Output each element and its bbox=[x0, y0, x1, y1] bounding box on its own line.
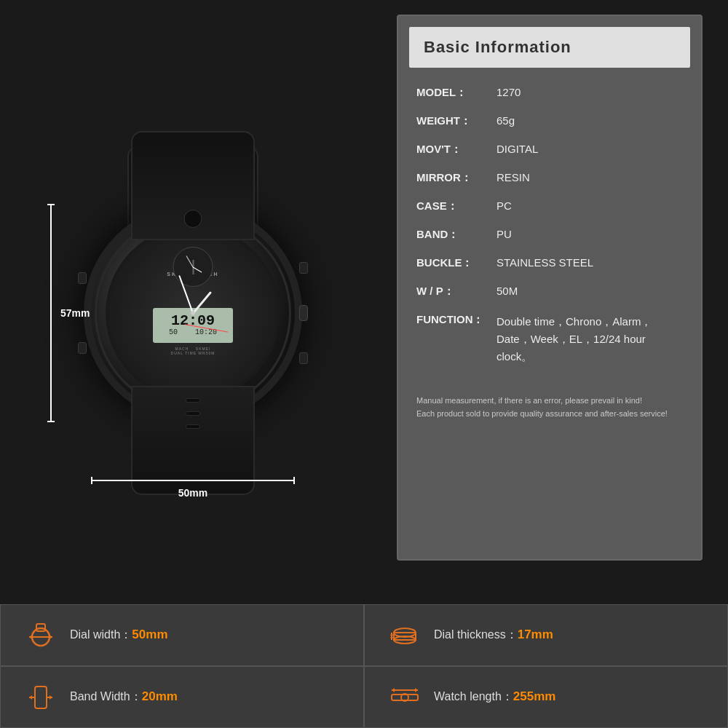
spec-case-val: PC bbox=[496, 199, 683, 212]
dim-57mm-label: 57mm bbox=[60, 307, 90, 319]
spec-watch-length-label: Watch length： bbox=[434, 690, 513, 703]
spec-function-val: Double time，Chrono，Alarm，Date，Week，EL，12… bbox=[496, 313, 683, 365]
info-rows: MODEL： 1270 WEIGHT： 65g MOV'T： DIGITAL M… bbox=[398, 79, 701, 387]
watch-length-icon bbox=[387, 679, 423, 716]
info-note: Manual measurement, if there is an error… bbox=[398, 387, 701, 420]
svg-marker-3 bbox=[29, 635, 32, 639]
spec-dial-thickness: Dial thickness：17mm bbox=[364, 604, 728, 666]
spec-case-key: CASE： bbox=[416, 199, 496, 213]
svg-marker-4 bbox=[50, 635, 52, 639]
spec-dial-thickness-value: 17mm bbox=[518, 628, 553, 641]
spec-model: MODEL： 1270 bbox=[416, 86, 683, 100]
spec-dial-width: Dial width：50mm bbox=[0, 604, 364, 666]
watch-strap-top-full bbox=[131, 131, 255, 240]
spec-band-key: BAND： bbox=[416, 228, 496, 242]
note-line2: Each product sold to provide quality ass… bbox=[416, 408, 683, 421]
spec-dial-thickness-text: Dial thickness：17mm bbox=[434, 628, 553, 643]
spec-watch-length-value: 255mm bbox=[513, 689, 556, 703]
bottom-bar: Dial width：50mm Dial thickness：17mm bbox=[0, 604, 728, 728]
watch-display: 12:09 50 10:20 bbox=[153, 308, 233, 343]
spec-band-width: Band Width：20mm bbox=[0, 666, 364, 728]
svg-marker-19 bbox=[392, 688, 395, 692]
spec-movement-val: DIGITAL bbox=[496, 143, 683, 155]
spec-function: FUNCTION： Double time，Chrono，Alarm，Date，… bbox=[416, 313, 683, 365]
spec-dial-width-label: Dial width： bbox=[70, 628, 132, 641]
right-panel: Basic Information MODEL： 1270 WEIGHT： 65… bbox=[386, 0, 713, 604]
spec-dial-width-text: Dial width：50mm bbox=[70, 628, 168, 643]
spec-dial-thickness-label: Dial thickness： bbox=[434, 628, 518, 641]
spec-mirror-key: MIRROR： bbox=[416, 171, 496, 185]
spec-wp-key: W / P： bbox=[416, 285, 496, 298]
spec-wp-val: 50M bbox=[496, 285, 683, 297]
spec-watch-length: Watch length：255mm bbox=[364, 666, 728, 728]
band-width-icon bbox=[23, 679, 59, 716]
info-title-box: Basic Information bbox=[409, 27, 690, 68]
dim-50mm-line: 50mm bbox=[91, 477, 295, 499]
spec-model-key: MODEL： bbox=[416, 86, 496, 100]
info-title-text: Basic Information bbox=[424, 38, 571, 56]
spec-buckle-val: STAINLESS STEEL bbox=[496, 256, 683, 269]
spec-buckle-key: BUCKLE： bbox=[416, 256, 496, 270]
svg-marker-10 bbox=[390, 637, 393, 640]
spec-band-val: PU bbox=[496, 228, 683, 240]
note-line1: Manual measurement, if there is an error… bbox=[416, 395, 683, 408]
spec-buckle: BUCKLE： STAINLESS STEEL bbox=[416, 256, 683, 270]
watch-face: SKMEI WATCH 12:09 50 10:20 bbox=[106, 226, 280, 400]
spec-weight-val: 65g bbox=[496, 114, 683, 127]
watch-container: SKMEI WATCH 12:09 50 10:20 bbox=[40, 124, 346, 502]
spec-movement: MOV'T： DIGITAL bbox=[416, 143, 683, 157]
dim-50mm-label: 50mm bbox=[178, 487, 207, 499]
svg-marker-15 bbox=[50, 695, 52, 700]
svg-rect-16 bbox=[392, 695, 418, 700]
watch-crown bbox=[299, 305, 308, 321]
spec-model-val: 1270 bbox=[496, 86, 683, 98]
spec-case: CASE： PC bbox=[416, 199, 683, 213]
spec-band: BAND： PU bbox=[416, 228, 683, 242]
dim-57mm-line: 57mm bbox=[47, 204, 90, 422]
spec-mirror-val: RESIN bbox=[496, 171, 683, 183]
svg-rect-11 bbox=[35, 687, 47, 708]
svg-marker-14 bbox=[29, 695, 32, 700]
svg-marker-20 bbox=[415, 688, 418, 692]
spec-band-width-value: 20mm bbox=[142, 689, 178, 703]
spec-function-key: FUNCTION： bbox=[416, 313, 496, 327]
dial-width-icon bbox=[23, 617, 59, 654]
info-card: Basic Information MODEL： 1270 WEIGHT： 65… bbox=[397, 15, 703, 561]
spec-band-width-label: Band Width： bbox=[70, 690, 142, 703]
spec-watch-length-text: Watch length：255mm bbox=[434, 689, 555, 705]
spec-mirror: MIRROR： RESIN bbox=[416, 171, 683, 185]
main-content: SKMEI WATCH 12:09 50 10:20 bbox=[0, 0, 728, 604]
spec-movement-key: MOV'T： bbox=[416, 143, 496, 157]
svg-marker-9 bbox=[390, 633, 393, 636]
left-panel: SKMEI WATCH 12:09 50 10:20 bbox=[0, 0, 386, 604]
spec-weight-key: WEIGHT： bbox=[416, 114, 496, 128]
spec-weight: WEIGHT： 65g bbox=[416, 114, 683, 128]
spec-band-width-text: Band Width：20mm bbox=[70, 689, 178, 705]
spec-dial-width-value: 50mm bbox=[132, 628, 167, 641]
dial-thickness-icon bbox=[387, 617, 423, 654]
spec-wp: W / P： 50M bbox=[416, 285, 683, 298]
